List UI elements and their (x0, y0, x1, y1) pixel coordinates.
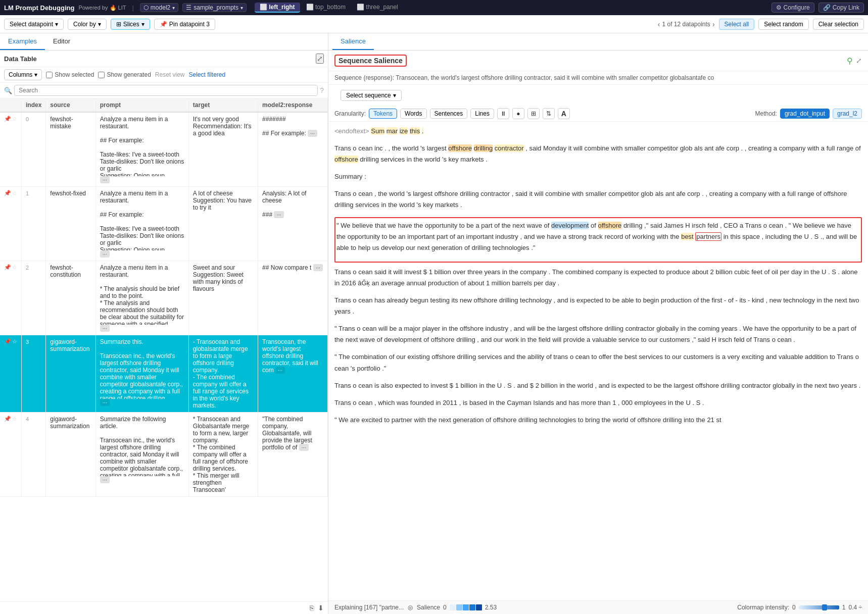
chevron-down-icon: ▾ (141, 21, 144, 28)
more-chip[interactable]: ··· (100, 176, 110, 183)
grid-icon[interactable]: ⊞ (527, 108, 540, 119)
tab-salience[interactable]: Salience (332, 33, 374, 50)
tab-top-bottom[interactable]: ⬜ top_bottom (301, 3, 351, 13)
more-chip[interactable]: ··· (274, 211, 283, 218)
gran-words-button[interactable]: Words (400, 109, 426, 119)
nav-info: 1 of 12 datapoints (662, 21, 710, 28)
star-icon[interactable]: ☆ (12, 190, 17, 196)
copy-link-button[interactable]: 🔗 Copy Link (818, 3, 864, 13)
tab-three-panel[interactable]: ⬜ three_panel (352, 3, 403, 13)
row-index: 3 (22, 335, 46, 413)
star-icon[interactable]: ☆ (12, 116, 17, 122)
row-target: Sweet and sourSuggestion: Sweet with man… (188, 261, 258, 335)
col-header-prompt[interactable]: prompt (95, 98, 188, 112)
col-header-target[interactable]: target (188, 98, 258, 112)
model-selector[interactable]: ⬡ model2 ▾ (140, 3, 178, 12)
select-datapoint-button[interactable]: Select datapoint ▾ (4, 19, 64, 30)
pin-icon[interactable]: 📌 (4, 416, 11, 422)
star-icon[interactable]: ☆ (12, 338, 17, 345)
dataset-icon: ☰ (186, 4, 191, 11)
color-by-button[interactable]: Color by ▾ (68, 19, 107, 30)
table-row-selected[interactable]: 📌 ☆ 3 gigaword-summarization Summarize t… (0, 335, 328, 413)
show-generated-checkbox[interactable]: Show generated (98, 71, 151, 78)
link-icon: 🔗 (823, 4, 831, 11)
col-header-response[interactable]: model2:response (258, 98, 328, 112)
pin-icon[interactable]: 📌 (4, 264, 11, 271)
select-all-button[interactable]: Select all (719, 19, 755, 30)
circle-icon[interactable]: ● (512, 108, 524, 119)
table-row[interactable]: 📌 ☆ 2 fewshot-constitution Analyze a men… (0, 261, 328, 335)
table-toolbar: Columns ▾ Show selected Show generated R… (0, 67, 328, 83)
slices-button[interactable]: ⊞ Slices ▾ (111, 19, 150, 30)
more-chip[interactable]: ··· (308, 130, 317, 137)
columns-button[interactable]: Columns ▾ (4, 69, 42, 80)
pin-datapoint-button[interactable]: 📌 Pin datapoint 3 (154, 19, 215, 30)
star-icon[interactable]: ☆ (12, 264, 17, 271)
more-chip[interactable]: ··· (313, 264, 323, 271)
method-grad-l2-button[interactable]: grad_l2 (833, 109, 862, 119)
gran-tokens-button[interactable]: Tokens (369, 109, 397, 119)
col-header-index-num[interactable]: index (22, 98, 46, 112)
arrows-icon[interactable]: ⇅ (543, 108, 555, 119)
dataset-selector[interactable]: ☰ sample_prompts ▾ (182, 3, 247, 12)
copy-table-button[interactable]: ⎘ (310, 604, 314, 612)
data-table-header: Data Table ⤢ (0, 50, 328, 67)
table-row[interactable]: 📌 ☆ 0 fewshot-mistake Analyze a menu ite… (0, 112, 328, 187)
star-icon[interactable]: ☆ (12, 416, 17, 422)
gran-sentences-button[interactable]: Sentences (430, 109, 468, 119)
more-chip[interactable]: ··· (100, 399, 110, 406)
tab-examples[interactable]: Examples (0, 33, 45, 50)
nav-arrows: ‹ 1 of 12 datapoints › (658, 20, 715, 28)
more-chip[interactable]: ··· (100, 325, 110, 332)
row-actions: 📌 ☆ (0, 413, 22, 497)
row-response: Analysis: A lot of cheese### ··· (258, 187, 328, 261)
layout-icon: ⬜ (260, 4, 267, 11)
row-prompt: Summarize this.Transocean inc., the worl… (95, 335, 188, 413)
layout-tabs: ⬜ left_right ⬜ top_bottom ⬜ three_panel (255, 3, 403, 13)
reset-view-button[interactable]: Reset view (155, 71, 185, 78)
row-source: fewshot-mistake (46, 112, 95, 187)
col-header-source[interactable]: source (46, 98, 95, 112)
pin-icon[interactable]: 📌 (4, 338, 11, 345)
table-row[interactable]: 📌 ☆ 4 gigaword-summarization Summarize t… (0, 413, 328, 497)
pin-icon[interactable]: 📌 (4, 190, 11, 196)
select-sequence-button[interactable]: Select sequence ▾ (341, 90, 402, 101)
row-index: 4 (22, 413, 46, 497)
table-row[interactable]: 📌 ☆ 1 fewshot-fixed Analyze a menu item … (0, 187, 328, 261)
method-grad-dot-button[interactable]: grad_dot_input (780, 109, 830, 119)
more-chip[interactable]: ··· (275, 367, 285, 374)
download-table-button[interactable]: ⬇ (318, 604, 324, 612)
main-layout: Examples Editor Data Table ⤢ Columns ▾ S… (0, 33, 868, 614)
left-panel: Examples Editor Data Table ⤢ Columns ▾ S… (0, 33, 328, 614)
pin-icon[interactable]: 📌 (4, 116, 11, 122)
expand-button[interactable]: ⤢ (316, 54, 324, 64)
tab-left-right[interactable]: ⬜ left_right (255, 3, 300, 13)
dataset-label: sample_prompts (194, 4, 238, 11)
chevron-down-icon: ▾ (98, 21, 101, 28)
row-index: 1 (22, 187, 46, 261)
more-chip[interactable]: ··· (100, 476, 110, 483)
tab-editor[interactable]: Editor (45, 33, 78, 50)
more-chip[interactable]: ··· (100, 250, 110, 258)
select-random-button[interactable]: Select random (758, 19, 808, 30)
row-actions: 📌 ☆ (0, 187, 22, 261)
right-panel-tabs: Salience (328, 33, 868, 50)
search-input[interactable] (14, 85, 318, 96)
content-highlighted: " We believe that we have the opportunit… (336, 220, 860, 253)
salience-header: Sequence Salience ⚲ ⤢ (328, 50, 868, 71)
more-chip[interactable]: ··· (299, 444, 309, 451)
content-p4: Trans o cean has already begun testing i… (334, 295, 862, 317)
show-selected-checkbox[interactable]: Show selected (46, 71, 94, 78)
expand-icon[interactable]: ⤢ (856, 57, 862, 65)
gran-lines-button[interactable]: Lines (470, 109, 494, 119)
clear-selection-button[interactable]: Clear selection (813, 19, 864, 30)
content-p1: Trans o cean inc . , the world 's larges… (334, 143, 862, 165)
sequence-text: Sequence (response): Transocean, the wor… (328, 71, 868, 85)
help-icon: ? (320, 86, 324, 94)
pause-icon[interactable]: ⏸ (497, 108, 509, 119)
select-filtered-button[interactable]: Select filtered (189, 71, 226, 78)
configure-button[interactable]: ⚙ Configure (771, 3, 814, 13)
font-icon[interactable]: A (558, 108, 570, 119)
next-button[interactable]: › (712, 20, 715, 28)
prev-button[interactable]: ‹ (658, 20, 660, 28)
